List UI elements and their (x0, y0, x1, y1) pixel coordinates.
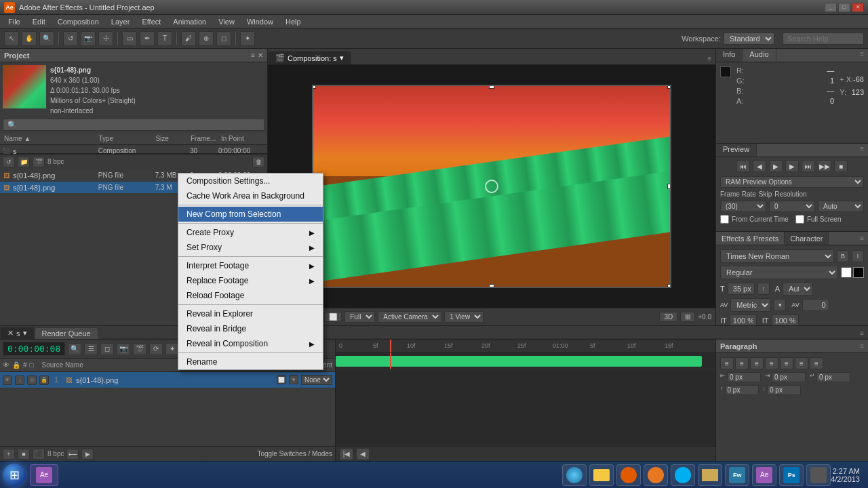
composition-canvas[interactable] (312, 85, 671, 288)
char-font-select[interactable]: Times New Roman (720, 249, 834, 263)
tool-rect[interactable]: ▭ (122, 31, 137, 46)
preview-stop-btn[interactable]: ■ (834, 160, 848, 172)
tl-goto-start-btn[interactable]: |◀ (340, 448, 353, 460)
preview-fullscreen-checkbox[interactable] (795, 215, 804, 224)
comp-tab-s[interactable]: 🎬 Composition: s ▾ (268, 51, 351, 64)
project-search-input[interactable] (3, 119, 264, 131)
tool-rotate[interactable]: ↺ (63, 31, 78, 46)
tl-search-btn[interactable]: 🔍 (68, 343, 81, 355)
char-kerning-unit-btn[interactable]: ▾ (774, 299, 786, 311)
tool-hand[interactable]: ✋ (22, 31, 37, 46)
layer-row-1[interactable]: 👁 ♪ ◎ 🔒 1 🖼 s{01-48}.png ⬜ ▼ None (0, 372, 335, 388)
layer-parent-select[interactable]: None (301, 375, 332, 385)
preview-panel-menu[interactable]: ≡ (856, 144, 868, 157)
preview-play-btn[interactable]: ▶ (769, 160, 783, 172)
tl-render-btn[interactable]: 🎬 (133, 343, 146, 355)
tl-nav-left-btn[interactable]: ◀ (356, 448, 370, 460)
char-size-input[interactable] (728, 283, 755, 295)
tl-frame-btn[interactable]: ⬛ (33, 449, 45, 460)
ctx-reveal-bridge[interactable]: Reveal in Bridge (178, 321, 323, 336)
preview-next-frame-btn[interactable]: ▶ (785, 160, 799, 172)
handle-top-right[interactable] (667, 85, 671, 89)
taskbar-pin-fw[interactable]: Fw (725, 464, 749, 486)
comp-panel-menu[interactable]: ≡ (703, 54, 715, 64)
taskbar-pin-ie[interactable] (562, 464, 587, 486)
menu-view[interactable]: View (213, 16, 240, 27)
project-new-comp-btn[interactable]: 🎬 (33, 157, 45, 167)
preview-last-btn[interactable]: ⏭ (802, 160, 815, 172)
ctx-create-proxy[interactable]: Create Proxy ▶ (178, 225, 323, 240)
comp-view-select[interactable]: 1 View (444, 311, 484, 323)
layer-switches-btn[interactable]: ⬜ (277, 375, 286, 384)
tab-preview[interactable]: Preview (716, 144, 757, 157)
timeline-tab-render[interactable]: Render Queue (35, 327, 98, 339)
tl-properties-btn[interactable]: ☰ (84, 343, 98, 355)
tool-zoom[interactable]: 🔍 (39, 31, 54, 46)
effects-panel-menu[interactable]: ≡ (856, 233, 868, 243)
handle-bot-right[interactable] (667, 284, 671, 288)
handle-top-left[interactable] (312, 85, 316, 89)
handle-mid-right[interactable] (667, 184, 671, 189)
para-indent-left-input[interactable] (727, 372, 761, 382)
preview-fps-select[interactable]: (30) (720, 201, 766, 212)
tab-info[interactable]: Info (716, 49, 743, 62)
para-justify-left-btn[interactable]: ≡ (765, 357, 778, 369)
tl-motion-btn[interactable]: ⟳ (149, 343, 163, 355)
ctx-rename[interactable]: Rename (178, 354, 323, 369)
tool-select[interactable]: ↖ (4, 31, 19, 46)
menu-animation[interactable]: Animation (167, 16, 212, 27)
layer-lock-btn[interactable]: 🔒 (39, 375, 49, 385)
tool-clone[interactable]: ⊕ (199, 31, 214, 46)
char-leading-select[interactable]: Auto (783, 282, 813, 296)
comp-zoom-select[interactable]: Full (344, 311, 375, 323)
tool-camera[interactable]: 📷 (81, 31, 96, 46)
tool-pan[interactable]: ☩ (98, 31, 113, 46)
tab-effects-presets[interactable]: Effects & Presets (716, 232, 785, 245)
project-delete-btn[interactable]: 🗑 (252, 157, 264, 167)
para-indent-right-input[interactable] (772, 372, 806, 382)
menu-file[interactable]: File (3, 16, 26, 27)
char-superscript-btn[interactable]: ↑ (757, 283, 770, 295)
menu-composition[interactable]: Composition (52, 16, 104, 27)
ctx-reveal-explorer[interactable]: Reveal in Explorer (178, 306, 323, 321)
tl-new-solid-btn[interactable]: ■ (18, 449, 30, 460)
tl-camera-btn[interactable]: 📷 (117, 343, 130, 355)
para-justify-center-btn[interactable]: ≡ (780, 357, 793, 369)
comp-grid-btn[interactable]: ⊞ (680, 312, 695, 322)
timeline-ruler[interactable]: 0 5f 10f 15f 20f 25f 01:00 5f 10f 15f (336, 340, 715, 353)
menu-effect[interactable]: Effect (136, 16, 166, 27)
tool-brush[interactable]: 🖌 (181, 31, 196, 46)
ctx-reload-footage[interactable]: Reload Footage (178, 288, 323, 303)
preview-from-current-checkbox[interactable] (720, 215, 729, 224)
char-fill-color[interactable] (841, 267, 852, 278)
layer-name[interactable]: s{01-48}.png (76, 376, 274, 384)
tool-text[interactable]: T (157, 31, 172, 46)
info-panel-menu[interactable]: ≡ (856, 49, 868, 62)
menu-layer[interactable]: Layer (106, 16, 136, 27)
taskbar-pin-folder[interactable] (589, 464, 614, 486)
minimize-button[interactable]: _ (825, 3, 837, 12)
maximize-button[interactable]: □ (838, 3, 850, 12)
comp-region-btn[interactable]: ⬜ (324, 312, 342, 322)
para-align-center-btn[interactable]: ≡ (735, 357, 749, 369)
para-indent-first-input[interactable] (816, 372, 850, 382)
ctx-cache-work-area[interactable]: Cache Work Area in Background (178, 188, 323, 203)
ctx-reveal-composition[interactable]: Reveal in Composition ▶ (178, 336, 323, 351)
toggle-switches-modes[interactable]: Toggle Switches / Modes (257, 450, 332, 458)
layer-mode-btn[interactable]: ▼ (289, 375, 298, 384)
para-space-before-input[interactable] (725, 385, 759, 395)
ctx-interpret-footage[interactable]: Interpret Footage ▶ (178, 258, 323, 273)
para-space-after-input[interactable] (767, 385, 801, 395)
comp-camera-select[interactable]: Active Camera (378, 311, 441, 323)
tool-eraser[interactable]: ◻ (216, 31, 231, 46)
preview-ram-btn[interactable]: ▶▶ (818, 160, 831, 172)
tool-puppet[interactable]: ✦ (240, 31, 255, 46)
preview-skip-select[interactable]: 0 (769, 201, 815, 212)
project-panel-menu[interactable]: ≡ (251, 52, 255, 59)
preview-ram-select[interactable]: RAM Preview Options (720, 176, 864, 188)
para-align-right-btn[interactable]: ≡ (750, 357, 764, 369)
tool-pen[interactable]: ✒ (140, 31, 155, 46)
start-button[interactable]: ⊞ (3, 464, 26, 487)
project-new-folder-btn[interactable]: 📁 (18, 157, 30, 167)
char-kerning-select[interactable]: Metrics (730, 298, 771, 312)
